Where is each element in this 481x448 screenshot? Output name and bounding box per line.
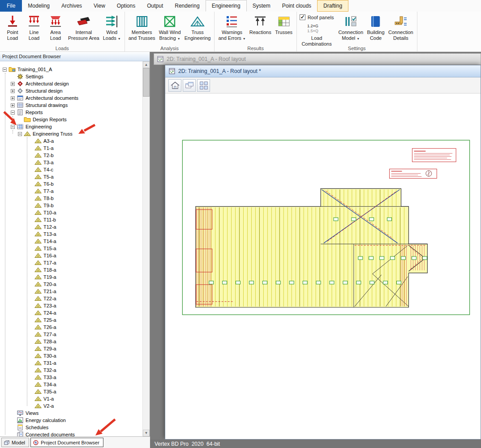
- tree-item-t23-a[interactable]: T23-a: [0, 302, 142, 309]
- tree-item-structural-drawings[interactable]: Structural drawings: [0, 102, 142, 109]
- viewtool-grid-button[interactable]: [197, 79, 210, 92]
- tree-item-t6-b[interactable]: T6-b: [0, 180, 142, 188]
- tree-item-t3-a[interactable]: T3-a: [0, 159, 142, 166]
- tree-item-t11-b[interactable]: T11-b: [0, 216, 142, 223]
- tree-item-architectural-documents[interactable]: Architectural documents: [0, 94, 142, 102]
- tree-item-a3-a[interactable]: A3-a: [0, 137, 142, 145]
- tree-item-v1-a[interactable]: V1-a: [0, 395, 142, 402]
- roof-panels-checkbox[interactable]: Roof panels: [300, 14, 334, 20]
- tree-item-reports[interactable]: Reports: [0, 109, 142, 116]
- tree-item-t10-a[interactable]: T10-a: [0, 209, 142, 216]
- bottom-tab-project-document-browser[interactable]: Project Document Browser: [30, 438, 103, 447]
- tree-item-t20-a[interactable]: T20-a: [0, 281, 142, 288]
- collapse-box-icon[interactable]: [11, 125, 15, 129]
- tree-item-t14-a[interactable]: T14-a: [0, 238, 142, 245]
- ribbon-button-wall-wind-bracing[interactable]: Wall WindBracing▼: [158, 13, 182, 42]
- tree-item-t18-a[interactable]: T18-a: [0, 266, 142, 273]
- collapse-box-icon[interactable]: [18, 132, 22, 136]
- tree-scrollbar[interactable]: ▲ ▼: [142, 61, 150, 436]
- tree-item-t33-a[interactable]: T33-a: [0, 374, 142, 381]
- tree-item-t7-a[interactable]: T7-a: [0, 188, 142, 195]
- expand-box-icon[interactable]: [11, 82, 15, 86]
- tree-item-t5-a[interactable]: T5-a: [0, 173, 142, 180]
- ribbon-button-point-load[interactable]: PointLoad: [2, 13, 23, 41]
- ribbon-button-connection-model[interactable]: ConnectionModel▼: [337, 13, 365, 42]
- tree-item-t34-a[interactable]: T34-a: [0, 381, 142, 388]
- tree-item-t25-a[interactable]: T25-a: [0, 316, 142, 324]
- tree-item-settings[interactable]: Settings: [0, 73, 142, 80]
- viewtool-house-button[interactable]: [168, 79, 181, 92]
- tree-item-t35-a[interactable]: T35-a: [0, 388, 142, 395]
- ribbon-button-warnings-and-errors[interactable]: Warningsand Errors▼: [217, 13, 247, 42]
- tree-item-energy-calculation[interactable]: Energy calculation: [0, 417, 142, 424]
- ribbon-button-area-load[interactable]: AreaLoad: [45, 13, 66, 41]
- ribbon-button-connection-details[interactable]: ConnectionDetails: [387, 13, 415, 41]
- expand-box-icon[interactable]: [11, 96, 15, 100]
- tree-item-engineering[interactable]: Engineering: [0, 123, 142, 130]
- tree-item-t19-a[interactable]: T19-a: [0, 273, 142, 281]
- tree-item-v2-a[interactable]: V2-a: [0, 402, 142, 410]
- tree-item-t2-b[interactable]: T2-b: [0, 152, 142, 159]
- tree-item-schedules[interactable]: Schedules: [0, 424, 142, 431]
- drawing-canvas[interactable]: [165, 94, 481, 439]
- scroll-up-button[interactable]: ▲: [143, 61, 150, 68]
- tab-view[interactable]: View: [88, 0, 111, 12]
- tree-item-architectural-design[interactable]: Architectural design: [0, 80, 142, 87]
- tree-item-connected-documents[interactable]: Connected documents: [0, 431, 142, 436]
- tree-item-t30-a[interactable]: T30-a: [0, 352, 142, 359]
- collapse-box-icon[interactable]: [3, 68, 7, 72]
- tree-item-t32-a[interactable]: T32-a: [0, 367, 142, 374]
- tab-system[interactable]: System: [247, 0, 276, 12]
- ribbon-button-internal-pressure-area[interactable]: InternalPressure Area: [67, 13, 101, 41]
- 2d-window-titlebar[interactable]: 2D: Training_001_A - Roof layout *: [165, 65, 481, 77]
- tree-item-training-001-a[interactable]: Training_001_A: [0, 66, 142, 73]
- tree-item-t9-b[interactable]: T9-b: [0, 202, 142, 209]
- ribbon-button-line-load[interactable]: LineLoad: [24, 13, 44, 41]
- tab-engineering[interactable]: Engineering: [206, 0, 247, 12]
- tab-archives[interactable]: Archives: [56, 0, 88, 12]
- ribbon-button-trusses[interactable]: Trusses: [274, 13, 294, 36]
- tab-rendering[interactable]: Rendering: [169, 0, 205, 12]
- scroll-down-button[interactable]: ▼: [143, 430, 150, 436]
- tree-item-t22-a[interactable]: T22-a: [0, 295, 142, 302]
- checkbox-box[interactable]: [300, 14, 305, 20]
- ribbon-button-truss-engineering[interactable]: TrussEngineering: [183, 13, 212, 41]
- tab-point-clouds[interactable]: Point clouds: [276, 0, 317, 12]
- scroll-thumb[interactable]: [143, 68, 150, 97]
- tree-item-t1-a[interactable]: T1-a: [0, 145, 142, 152]
- tree-item-design-reports[interactable]: Design Reports: [0, 116, 142, 123]
- tab-output[interactable]: Output: [141, 0, 169, 12]
- viewtool-cascade-button[interactable]: [183, 79, 196, 92]
- tree-item-t28-a[interactable]: T28-a: [0, 338, 142, 345]
- ribbon-button-building-code[interactable]: BuildingCode: [365, 13, 386, 41]
- tree-item-t26-a[interactable]: T26-a: [0, 324, 142, 331]
- tree-item-t13-a[interactable]: T13-a: [0, 230, 142, 238]
- tree-item-t17-a[interactable]: T17-a: [0, 259, 142, 266]
- tree-item-t8-b[interactable]: T8-b: [0, 195, 142, 202]
- tree-item-t12-a[interactable]: T12-a: [0, 223, 142, 230]
- collapse-box-icon[interactable]: [11, 111, 15, 115]
- ribbon-button-reactions[interactable]: Reactions: [248, 13, 273, 36]
- tree-item-t29-a[interactable]: T29-a: [0, 345, 142, 352]
- tree-item-t31-a[interactable]: T31-a: [0, 359, 142, 367]
- tab-file[interactable]: File: [0, 0, 22, 12]
- tree-item-engineering-truss[interactable]: Engineering Truss: [0, 130, 142, 137]
- tree-item-t27-a[interactable]: T27-a: [0, 331, 142, 338]
- tab-drafting[interactable]: Drafting: [317, 0, 348, 12]
- tree-item-t16-a[interactable]: T16-a: [0, 252, 142, 259]
- expand-box-icon[interactable]: [11, 89, 15, 93]
- tree-item-t24-a[interactable]: T24-a: [0, 309, 142, 316]
- tab-options[interactable]: Options: [111, 0, 141, 12]
- inactive-window-titlebar[interactable]: 2D: Training_001_A - Roof layout: [154, 53, 481, 65]
- ribbon-button-wind-loads[interactable]: WindLoads▼: [102, 13, 122, 42]
- expand-box-icon[interactable]: [11, 103, 15, 107]
- tree-item-t21-a[interactable]: T21-a: [0, 288, 142, 295]
- ribbon-button-members-and-trusses[interactable]: Membersand Trusses: [127, 13, 157, 41]
- bottom-tab-model[interactable]: Model: [1, 438, 29, 447]
- tab-modeling[interactable]: Modeling: [22, 0, 56, 12]
- tree-item-t4-c[interactable]: T4-c: [0, 166, 142, 173]
- tree-item-t15-a[interactable]: T15-a: [0, 245, 142, 252]
- tree-item-structural-design[interactable]: Structural design: [0, 87, 142, 94]
- ribbon-button-load-combinations[interactable]: 1.2×G1.5×QLoadCombinations: [300, 22, 333, 47]
- tree-item-views[interactable]: Views: [0, 410, 142, 417]
